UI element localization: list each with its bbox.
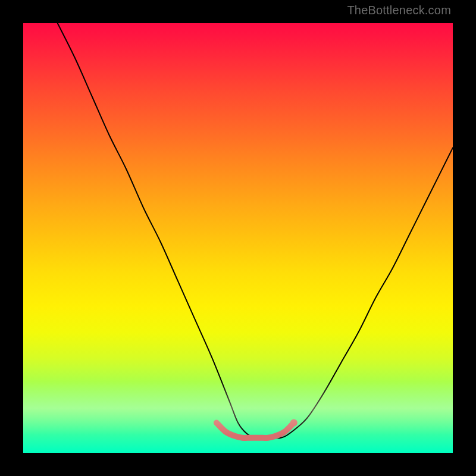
chart-frame: TheBottleneck.com	[0, 0, 476, 476]
highlight-end-dot	[290, 419, 298, 426]
bottleneck-curve-path	[58, 23, 453, 438]
curve-overlay	[23, 23, 453, 453]
watermark-label: TheBottleneck.com	[347, 4, 451, 17]
plot-area	[23, 23, 453, 453]
bottom-highlight-path	[217, 422, 294, 438]
